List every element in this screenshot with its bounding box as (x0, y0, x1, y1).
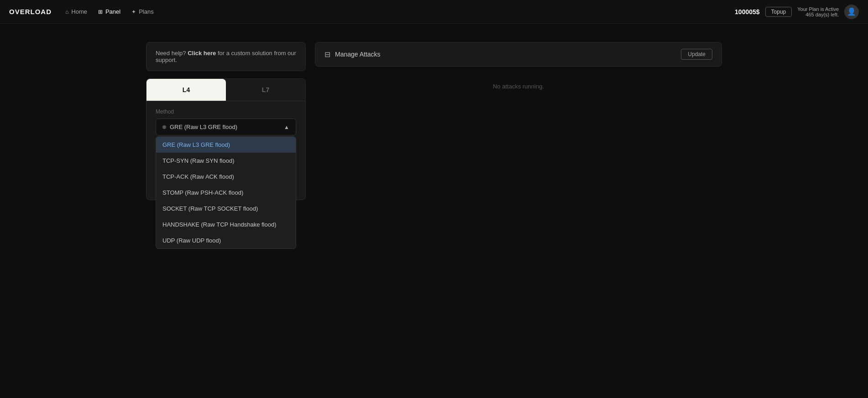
info-link[interactable]: Click here (188, 50, 216, 57)
chevron-up-icon: ▲ (284, 124, 289, 130)
left-panel: Need help? Click here for a custom solut… (146, 42, 306, 200)
plan-name: Your Plan is Active (797, 6, 839, 12)
method-label: Method (156, 109, 296, 115)
navbar: OVERLOAD ⌂ Home ⊞ Panel ✦ Plans 100005$ … (0, 0, 868, 24)
method-dropdown-menu: GRE (Raw L3 GRE flood) TCP-SYN (Raw SYN … (156, 136, 296, 249)
brand: OVERLOAD (9, 8, 52, 16)
method-option-handshake[interactable]: HANDSHAKE (Raw TCP Handshake flood) (156, 217, 296, 233)
update-button[interactable]: Update (681, 49, 712, 60)
layer-tabs: L4 L7 (146, 79, 305, 101)
method-option-tcp-ack[interactable]: TCP-ACK (Raw ACK flood) (156, 169, 296, 185)
tab-l4[interactable]: L4 (146, 79, 226, 101)
method-option-udp[interactable]: UDP (Raw UDP flood) (156, 233, 296, 248)
tab-l7[interactable]: L7 (226, 79, 305, 101)
info-prefix: Need help? (156, 50, 186, 57)
home-icon: ⌂ (65, 9, 68, 15)
method-option-stomp[interactable]: STOMP (Raw PSH-ACK flood) (156, 185, 296, 201)
selected-method-label: GRE (Raw L3 GRE flood) (170, 124, 237, 130)
panel-icon: ⊞ (98, 9, 103, 15)
method-section: Method GRE (Raw L3 GRE flood) ▲ GRE (Raw… (146, 101, 305, 143)
manage-icon: ⊟ (324, 50, 330, 59)
plans-icon: ✦ (131, 9, 136, 15)
topup-button[interactable]: Topup (765, 7, 792, 17)
nav-plans-label: Plans (139, 8, 154, 15)
attack-panel: L4 L7 Method GRE (Raw L3 GRE flood) ▲ (146, 78, 306, 200)
method-option-tcp-syn[interactable]: TCP-SYN (Raw SYN flood) (156, 153, 296, 169)
balance-display: 100005$ (735, 8, 760, 16)
navbar-right: 100005$ Topup Your Plan is Active 465 da… (735, 5, 859, 19)
nav-home-label: Home (71, 8, 87, 15)
manage-attacks-card: ⊟ Manage Attacks Update (315, 42, 722, 67)
avatar[interactable]: 👤 (844, 5, 859, 19)
dropdown-left: GRE (Raw L3 GRE flood) (162, 124, 237, 130)
no-attacks-message: No attacks running. (315, 74, 722, 99)
main-content: Need help? Click here for a custom solut… (0, 24, 868, 218)
method-dropdown-trigger[interactable]: GRE (Raw L3 GRE flood) ▲ (156, 119, 296, 135)
right-panel: ⊟ Manage Attacks Update No attacks runni… (315, 42, 722, 200)
days-left: 465 day(s) left. (797, 12, 839, 17)
account-info: Your Plan is Active 465 day(s) left. (797, 6, 839, 17)
manage-title: Manage Attacks (335, 51, 381, 58)
info-card: Need help? Click here for a custom solut… (146, 42, 306, 71)
method-option-socket[interactable]: SOCKET (Raw TCP SOCKET flood) (156, 201, 296, 217)
nav-plans[interactable]: ✦ Plans (131, 8, 154, 15)
nav-links: ⌂ Home ⊞ Panel ✦ Plans (65, 8, 721, 15)
method-option-gre[interactable]: GRE (Raw L3 GRE flood) (156, 137, 296, 153)
nav-panel[interactable]: ⊞ Panel (98, 8, 120, 15)
method-dropdown: GRE (Raw L3 GRE flood) ▲ GRE (Raw L3 GRE… (156, 119, 296, 135)
manage-left: ⊟ Manage Attacks (324, 50, 381, 59)
nav-panel-label: Panel (105, 8, 120, 15)
method-dot (162, 125, 166, 129)
nav-home[interactable]: ⌂ Home (65, 8, 87, 15)
